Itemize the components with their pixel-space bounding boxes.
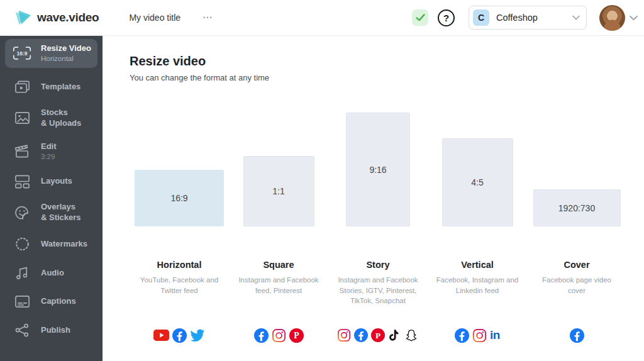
sidebar-item-audio[interactable]: Audio [0,258,103,287]
sidebar-item-label: Captions [41,296,76,307]
user-avatar[interactable] [599,5,625,31]
pinterest-icon: P [371,328,385,342]
wave-video-logo[interactable]: wave.video [14,9,99,26]
sidebar-item-label: Templates [41,82,80,92]
format-name: Vertical [430,260,525,270]
sidebar-item-label: Edit [41,142,57,152]
facebook-icon [254,328,269,343]
format-name: Square [231,260,326,270]
format-option-story: 9:16 Story Instagram and Facebook Storie… [328,113,428,344]
workspace-selector[interactable]: C Coffeshop [469,6,587,30]
help-button[interactable]: ? [438,9,455,26]
more-options-button[interactable]: ••• [203,14,213,21]
svg-text:P: P [294,331,299,340]
format-description: Instagram and Facebook Stories, IGTV, Pi… [328,275,428,306]
video-title[interactable]: My video title [129,13,180,23]
workspace-initial-badge: C [473,9,489,26]
sidebar-item-publish[interactable]: Publish [0,316,103,345]
format-option-vertical: 4:5 Vertical Facebook, Instagram and Lin… [428,113,527,344]
chevron-down-icon [572,15,580,20]
format-options-row: 16:9 Horizontal YouTube, Facebook and Tw… [130,113,644,344]
format-option-square: 1:1 Square Instagram and Facebook feed, … [229,113,328,344]
svg-text:16:9: 16:9 [16,51,27,57]
workspace-name: Coffeshop [496,13,565,23]
check-icon [416,14,425,21]
format-card-4-5[interactable]: 4:5 [442,138,513,226]
sidebar-item-edit[interactable]: Edit 3:29 [0,135,103,168]
tiktok-icon [388,328,401,342]
twitter-icon [190,329,205,342]
question-mark-icon: ? [443,13,449,23]
chevron-down-icon [630,15,638,21]
format-description: Facebook, Instagram and Linkedin feed [430,275,525,296]
layout-grid-icon [11,174,33,189]
sidebar-item-label: Publish [41,325,70,336]
format-description: YouTube, Facebook and Twitter feed [135,275,223,296]
facebook-icon [570,328,584,343]
format-name: Cover [541,260,612,270]
sidebar-item-label: Stocks [41,108,81,118]
format-ratio-label: 9:16 [369,165,386,175]
image-icon [11,110,33,126]
snapchat-icon [404,328,419,343]
format-card-9-16[interactable]: 9:16 [346,113,410,226]
page-title: Resize video [130,54,644,69]
format-ratio-label: 4:5 [471,177,483,187]
format-social-icons [570,326,584,344]
format-social-icons: P [337,326,419,344]
sidebar: 16:9 Resize Video Horizontal Templates [0,36,103,361]
format-name: Horizontal [135,260,223,270]
format-name: Story [328,260,428,270]
music-note-icon [11,265,33,281]
sidebar-item-label: Layouts [41,176,72,187]
templates-icon [11,79,33,95]
wave-video-logo-icon [14,9,33,26]
format-social-icons [153,326,205,344]
sidebar-item-label-line2: & Uploads [41,118,81,129]
format-description: Instagram and Facebook feed, Pinterest [231,275,326,296]
format-card-1-1[interactable]: 1:1 [243,156,314,226]
sidebar-item-watermarks[interactable]: Watermarks [0,230,103,258]
facebook-icon [172,328,187,343]
instagram-icon [272,328,286,343]
main-content: Resize video You can change the format a… [103,36,644,361]
instagram-icon [472,328,487,343]
sidebar-item-layouts[interactable]: Layouts [0,167,103,196]
format-ratio-label: 1920:730 [558,203,595,213]
facebook-icon [354,328,368,342]
youtube-icon [153,330,169,341]
sidebar-item-label: Audio [41,268,64,279]
sidebar-item-resize-video[interactable]: 16:9 Resize Video Horizontal [5,39,97,68]
video-duration: 3:29 [41,152,57,162]
sidebar-item-templates[interactable]: Templates [0,73,103,101]
sidebar-item-label: Resize Video [41,43,91,54]
crop-16-9-icon: 16:9 [11,45,33,62]
pinterest-icon: P [289,328,304,343]
format-card-16-9[interactable]: 16:9 [135,170,224,226]
svg-text:P: P [375,331,380,340]
facebook-icon [455,328,469,343]
instagram-icon [337,328,351,342]
linkedin-icon: in [490,328,500,342]
format-card-1920-730[interactable]: 1920:730 [533,189,621,226]
sidebar-item-sublabel: Horizontal [41,54,91,64]
sidebar-item-captions[interactable]: Captions [0,287,103,316]
user-menu-button[interactable] [630,15,638,21]
sidebar-item-label-line2: & Stickers [41,213,81,223]
sidebar-item-label: Watermarks [41,239,87,250]
format-option-horizontal: 16:9 Horizontal YouTube, Facebook and Tw… [130,113,229,344]
saved-status-badge [412,9,428,26]
clapperboard-icon [11,143,33,160]
share-icon [11,322,33,338]
format-option-cover: 1920:730 Cover Facebook page video cover [527,113,626,344]
seal-icon [11,236,33,252]
page-subtitle: You can change the format at any time [130,73,644,82]
captions-box-icon [11,294,33,309]
sticker-smiley-icon [11,204,33,221]
sidebar-item-overlays-stickers[interactable]: Overlays & Stickers [0,196,103,230]
format-description: Facebook page video cover [541,275,612,296]
format-ratio-label: 16:9 [170,193,187,203]
format-social-icons: in [455,326,500,344]
sidebar-item-stocks-uploads[interactable]: Stocks & Uploads [0,101,103,135]
topbar: wave.video My video title ••• ? C Coffes… [0,0,644,36]
